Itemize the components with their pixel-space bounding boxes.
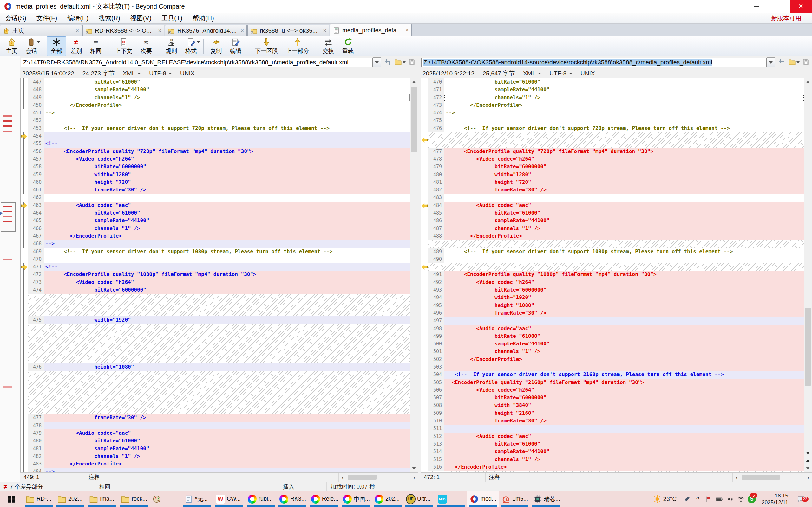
pen-icon[interactable] (681, 491, 693, 507)
code-line[interactable]: 479 bitRate="6000000" (421, 163, 804, 170)
code-text[interactable]: channels="1" /> (444, 456, 804, 463)
code-text[interactable]: </EncoderProfile> (444, 355, 804, 363)
toolbar-次要[interactable]: ≈次要 (136, 37, 156, 56)
code-line[interactable]: 474--> (421, 109, 804, 117)
code-line[interactable]: 458 bitRate="6000000" (20, 163, 410, 170)
code-line[interactable]: 479 <Audio codec="aac" (20, 429, 410, 437)
code-text[interactable]: width="3840" (444, 401, 804, 409)
code-text[interactable]: <!-- If your sensor driver don't support… (444, 124, 804, 132)
code-line[interactable]: 480 width="1280" (421, 171, 804, 178)
code-text[interactable]: <EncoderProfile quality="1080p" fileForm… (444, 271, 804, 278)
network-icon[interactable] (735, 491, 746, 507)
taskbar-item-ima-[interactable]: Ima... (86, 491, 118, 507)
taskbar-item-cw-[interactable]: WCW... (213, 491, 245, 507)
left-code-rows[interactable]: 447 bitRate="61000"448 sampleRate="44100… (20, 78, 410, 472)
menu-search[interactable]: 搜索(R) (94, 14, 125, 22)
code-line[interactable] (20, 371, 410, 414)
code-text[interactable]: height="1080" (444, 302, 804, 309)
left-hscrollbar[interactable]: ‹› (339, 473, 418, 482)
code-line[interactable]: 512 <Audio codec="aac" (421, 433, 804, 440)
code-text[interactable]: sampleRate="44100" (444, 448, 804, 455)
code-text[interactable]: bitRate="61000" (444, 209, 804, 217)
right-scroll-down[interactable] (804, 464, 812, 472)
code-text[interactable]: <Video codec="h264" (444, 155, 804, 163)
code-line[interactable]: 477 frameRate="30" /> (20, 414, 410, 421)
tab-rk3576_android14-[interactable]: RK3576_Android14....× (165, 25, 247, 37)
code-text[interactable]: bitRate="6000000" (44, 286, 410, 294)
code-text[interactable]: <!-- (44, 140, 410, 147)
left-save-button[interactable] (407, 58, 417, 67)
code-text[interactable]: sampleRate="44100" (444, 86, 804, 94)
code-text[interactable]: bitRate="6000000" (444, 286, 804, 294)
code-text[interactable] (444, 317, 804, 325)
code-line[interactable]: 469 <!-- If your sensor driver don't sup… (20, 248, 410, 256)
copy-to-left-arrow-icon[interactable] (421, 265, 427, 270)
left-encoding-select[interactable]: UTF-8 (149, 70, 172, 77)
code-line[interactable]: 477 <EncoderProfile quality="720p" fileF… (421, 148, 804, 155)
right-encoding-select[interactable]: UTF-8 (549, 70, 572, 77)
right-hscrollbar[interactable]: ‹› (733, 473, 812, 482)
code-line[interactable]: 465 sampleRate="44100" (20, 217, 410, 224)
code-text[interactable]: </EncoderProfile> (44, 101, 410, 109)
taskbar-item-1m5-[interactable]: 1m5... (499, 491, 530, 507)
code-line[interactable]: 500 sampleRate="44100" (421, 340, 804, 348)
taskbar-item-202-[interactable]: 202... (372, 491, 403, 507)
menu-view[interactable]: 视图(V) (125, 14, 157, 22)
code-line[interactable]: 514 sampleRate="44100" (421, 448, 804, 455)
code-line[interactable]: 461 frameRate="30" /> (20, 186, 410, 193)
code-line[interactable]: 491 <EncoderProfile quality="1080p" file… (421, 271, 804, 278)
code-line[interactable]: 506 <Video codec="h264" (421, 386, 804, 394)
code-line[interactable]: 492 <Video codec="h264" (421, 279, 804, 286)
code-line[interactable]: 489 <!-- If your sensor driver don't sup… (421, 248, 804, 256)
code-line[interactable]: 495 height="1080" (421, 302, 804, 309)
tab-close-icon[interactable]: × (158, 27, 161, 34)
code-text[interactable]: channels="1" /> (44, 225, 410, 232)
toolbar-复制[interactable]: 复制 (206, 37, 226, 56)
code-text[interactable]: width="1920" (444, 294, 804, 301)
code-line[interactable]: 470 (20, 256, 410, 263)
code-line[interactable] (421, 132, 804, 148)
battery-icon[interactable] (714, 491, 725, 507)
code-line[interactable]: 483 </EncoderProfile> (20, 460, 410, 468)
code-line[interactable]: 472 channels="1" /> (421, 94, 804, 101)
code-line[interactable]: 450 </EncoderProfile> (20, 101, 410, 109)
left-path-input[interactable]: Z:\14TB\RD-RK3588\RK3576_Android14.0_SDK… (21, 58, 373, 67)
left-scroll-thumb[interactable] (411, 87, 417, 152)
code-text[interactable]: <Video codec="h264" (44, 279, 410, 286)
code-text[interactable]: </EncoderProfile> (444, 101, 804, 109)
code-line[interactable]: 502 </EncoderProfile> (421, 355, 804, 363)
code-text[interactable]: bitRate="61000" (44, 78, 410, 86)
copy-to-right-arrow-icon[interactable] (21, 265, 27, 270)
code-text[interactable]: <Video codec="h264" (444, 386, 804, 394)
left-path-dropdown[interactable] (373, 57, 381, 67)
taskbar-item-rele-[interactable]: Rele... (308, 491, 340, 507)
code-text[interactable]: <Audio codec="aac" (444, 325, 804, 332)
code-text[interactable]: <EncoderProfile quality="720p" fileForma… (444, 148, 804, 155)
code-text[interactable]: channels="1" /> (44, 94, 410, 101)
code-line[interactable]: 456 <EncoderProfile quality="720p" fileF… (20, 148, 410, 155)
code-text[interactable]: bitRate="61000" (444, 332, 804, 340)
code-line[interactable]: 503 (421, 363, 804, 371)
taskbar-clock[interactable]: 18:152025/12/11 (762, 493, 788, 506)
flag-icon[interactable] (703, 491, 714, 507)
code-line[interactable]: 471 sampleRate="44100" (421, 86, 804, 94)
right-format-select[interactable]: XML (523, 70, 541, 77)
code-text[interactable] (44, 193, 410, 201)
code-line[interactable]: 480 bitRate="61000" (20, 437, 410, 445)
code-text[interactable]: </EncoderProfile> (44, 232, 410, 240)
code-text[interactable]: frameRate="30" /> (44, 186, 410, 193)
code-line[interactable]: 478 (20, 422, 410, 429)
tab-rk3588_u-ok35-[interactable]: rk3588_u <--> ok35...× (247, 25, 329, 37)
code-text[interactable]: bitRate="61000" (44, 209, 410, 217)
code-line[interactable]: 501 channels="1" /> (421, 348, 804, 355)
new-version-notice[interactable]: 新版本可用... (771, 14, 806, 22)
tab-close-icon[interactable]: × (75, 27, 79, 34)
toolbar-上一部分[interactable]: 上一部分 (282, 37, 313, 56)
code-line[interactable]: 484--> (20, 468, 410, 472)
code-line[interactable]: 483 (421, 193, 804, 201)
code-text[interactable]: sampleRate="44100" (44, 217, 410, 224)
taskbar-item-202-[interactable]: 202... (55, 491, 86, 507)
code-text[interactable]: bitRate="6000000" (444, 394, 804, 401)
code-line[interactable]: 487 channels="1" /> (421, 225, 804, 232)
right-code-rows[interactable]: 470 bitRate="61000"471 sampleRate="44100… (421, 78, 804, 472)
